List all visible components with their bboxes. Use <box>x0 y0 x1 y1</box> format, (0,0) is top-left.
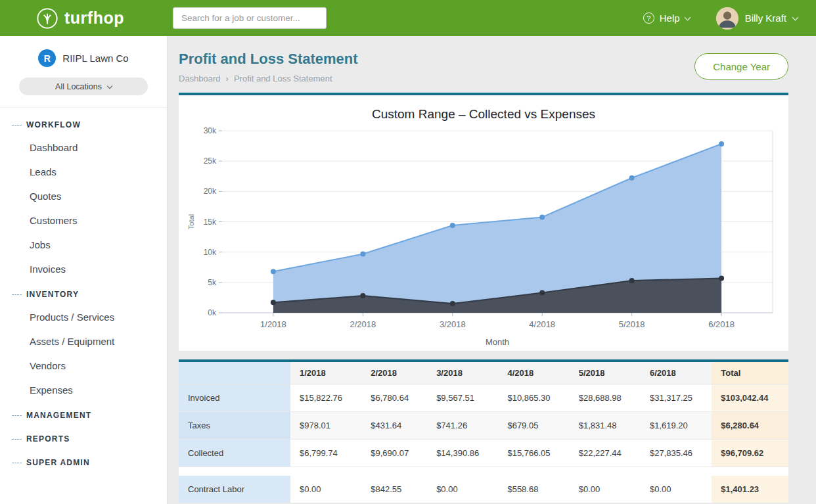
cell-value: $15,766.05 <box>498 440 569 467</box>
column-header-1-2018: 1/2018 <box>290 362 361 384</box>
cell-total: $96,709.62 <box>712 440 788 467</box>
breadcrumb: Dashboard › Profit and Loss Statement <box>179 74 358 83</box>
svg-text:5k: 5k <box>208 278 217 287</box>
tree-dash-icon <box>12 294 22 295</box>
svg-text:30k: 30k <box>204 126 217 135</box>
cell-total: $6,280.64 <box>712 412 788 440</box>
breadcrumb-current: Profit and Loss Statement <box>234 74 332 83</box>
svg-text:2/2018: 2/2018 <box>350 319 376 329</box>
svg-text:0k: 0k <box>208 308 217 317</box>
row-label: Collected <box>179 440 290 467</box>
row-label: Contract Labor <box>179 476 290 503</box>
cell-value: $14,390.86 <box>427 440 498 467</box>
sidebar-item-quotes[interactable]: Quotes <box>0 184 167 208</box>
row-label: Taxes <box>179 412 290 440</box>
tree-dash-icon <box>12 415 22 416</box>
company-name: RIIPL Lawn Co <box>62 53 128 64</box>
column-header-6-2018: 6/2018 <box>641 362 712 384</box>
collected-vs-expenses-area-chart: 0k5k10k15k20k25k30k1/20182/20183/20184/2… <box>185 123 782 350</box>
svg-text:20k: 20k <box>204 187 217 196</box>
section-label: REPORTS <box>26 434 70 444</box>
column-header-blank <box>179 362 290 384</box>
cell-value: $679.05 <box>498 412 569 440</box>
row-label: Invoiced <box>179 384 290 412</box>
section-label: INVENTORY <box>26 290 79 299</box>
cell-value: $9,690.07 <box>361 440 427 467</box>
cell-value: $842.55 <box>361 476 427 503</box>
column-header-4-2018: 4/2018 <box>498 362 569 384</box>
pl-table-card: 1/20182/20183/20184/20185/20186/2018Tota… <box>179 359 788 503</box>
cell-value: $0.00 <box>427 476 498 503</box>
turfhop-grass-icon <box>36 7 58 30</box>
section-label: WORKFLOW <box>26 120 81 129</box>
cell-value: $431.64 <box>361 412 427 440</box>
user-menu[interactable]: Billy Kraft <box>716 7 798 30</box>
svg-text:Month: Month <box>486 337 509 347</box>
topbar-right: ? Help Billy Kraft <box>643 7 816 30</box>
brand-logo[interactable]: turfhop <box>0 7 168 30</box>
sidebar-item-products-services[interactable]: Products / Services <box>0 305 167 329</box>
svg-text:10k: 10k <box>204 248 217 257</box>
cell-value: $558.68 <box>498 476 569 503</box>
section-label: MANAGEMENT <box>26 411 91 420</box>
avatar <box>716 7 738 30</box>
main-content: Profit and Loss Statement Dashboard › Pr… <box>168 36 816 504</box>
table-row-collected: Collected$6,799.74$9,690.07$14,390.86$15… <box>179 440 788 467</box>
sidebar-item-invoices[interactable]: Invoices <box>0 257 167 281</box>
chevron-down-icon <box>792 14 799 20</box>
help-menu[interactable]: ? Help <box>643 12 690 24</box>
sidebar-item-dashboard[interactable]: Dashboard <box>0 135 167 160</box>
column-header-total: Total <box>712 362 788 384</box>
svg-text:3/2018: 3/2018 <box>440 319 466 329</box>
brand-name: turfhop <box>64 9 124 28</box>
cell-value: $10,865.30 <box>498 384 569 412</box>
locations-dropdown[interactable]: All Locations <box>19 78 148 95</box>
svg-text:25k: 25k <box>204 156 217 166</box>
svg-text:5/2018: 5/2018 <box>619 319 645 329</box>
cell-value: $1,831.48 <box>570 412 641 440</box>
sidebar-item-leads[interactable]: Leads <box>0 160 167 184</box>
cell-value: $0.00 <box>570 476 641 503</box>
help-label: Help <box>660 12 680 24</box>
search-input[interactable] <box>173 7 327 29</box>
table-header-row: 1/20182/20183/20184/20185/20186/2018Tota… <box>179 362 788 384</box>
column-header-2-2018: 2/2018 <box>361 362 427 384</box>
sidebar-section-super-admin[interactable]: SUPER ADMIN <box>0 449 167 473</box>
change-year-button[interactable]: Change Year <box>694 53 788 80</box>
cell-total: $103,042.44 <box>712 384 788 412</box>
cell-value: $0.00 <box>290 476 361 503</box>
sidebar-item-jobs[interactable]: Jobs <box>0 233 167 257</box>
sidebar-section-management[interactable]: MANAGEMENT <box>0 402 167 426</box>
cell-value: $741.26 <box>427 412 498 440</box>
svg-text:4/2018: 4/2018 <box>529 319 555 329</box>
sidebar-section-reports[interactable]: REPORTS <box>0 426 167 449</box>
column-header-3-2018: 3/2018 <box>427 362 498 384</box>
tree-dash-icon <box>12 463 22 463</box>
cell-value: $9,567.51 <box>427 384 498 412</box>
topbar: turfhop ? Help Billy Kraft <box>0 0 816 36</box>
table-row-invoiced: Invoiced$15,822.76$6,780.64$9,567.51$10,… <box>179 384 788 412</box>
pl-table: 1/20182/20183/20184/20185/20186/2018Tota… <box>179 362 788 503</box>
sidebar-item-expenses[interactable]: Expenses <box>0 378 167 402</box>
cell-total: $1,401.23 <box>712 476 788 503</box>
cell-value: $6,780.64 <box>361 384 427 412</box>
sidebar-item-assets-equipment[interactable]: Assets / Equipment <box>0 329 167 354</box>
user-name: Billy Kraft <box>745 12 786 24</box>
cell-value: $27,835.46 <box>641 440 712 467</box>
svg-text:Total: Total <box>187 214 195 229</box>
sidebar-item-vendors[interactable]: Vendors <box>0 354 167 378</box>
locations-label: All Locations <box>55 82 102 91</box>
chart-title: Custom Range – Collected vs Expenses <box>185 107 782 122</box>
company-panel: R RIIPL Lawn Co All Locations <box>0 36 167 108</box>
sidebar-section-inventory[interactable]: INVENTORY <box>0 281 167 305</box>
chart-card: Custom Range – Collected vs Expenses 0k5… <box>179 93 788 351</box>
tree-dash-icon <box>12 439 22 440</box>
page-title: Profit and Loss Statement <box>179 51 358 68</box>
company-logo: R <box>38 49 56 67</box>
sidebar: R RIIPL Lawn Co All Locations WORKFLOWDa… <box>0 36 168 504</box>
sidebar-item-customers[interactable]: Customers <box>0 208 167 233</box>
sidebar-section-workflow[interactable]: WORKFLOW <box>0 112 167 135</box>
breadcrumb-link-dashboard[interactable]: Dashboard <box>179 74 221 83</box>
svg-text:1/2018: 1/2018 <box>260 319 286 329</box>
section-label: SUPER ADMIN <box>26 458 90 467</box>
